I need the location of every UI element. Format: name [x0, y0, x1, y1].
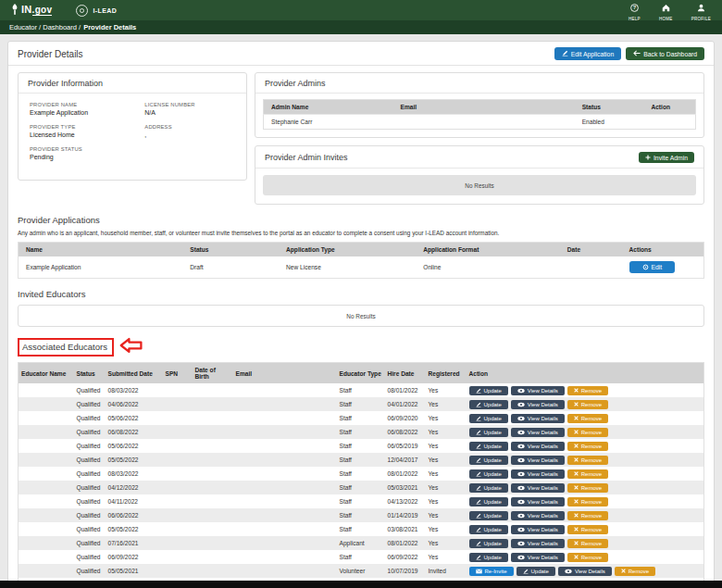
view-button[interactable]: View Details	[511, 469, 565, 479]
edit-application-button[interactable]: Edit Application	[554, 47, 621, 60]
view-button[interactable]: View Details	[511, 525, 565, 534]
cell-educator-type: Staff	[337, 508, 385, 522]
cell-submitted-date: 05/05/2021	[106, 564, 163, 578]
cell-status: Qualified	[74, 564, 106, 578]
provider-information-panel: Provider Information PROVIDER NAMEExampl…	[18, 72, 247, 181]
update-button[interactable]: Update	[469, 539, 508, 548]
view-button[interactable]: View Details	[511, 456, 565, 465]
cell-date-of-birth	[193, 536, 233, 550]
cell-educator-type: Staff	[337, 550, 385, 564]
view-button[interactable]: View Details	[511, 497, 565, 507]
cell-spn	[163, 550, 193, 564]
cell-status: Qualified	[74, 481, 106, 494]
remove-button[interactable]: Remove	[567, 553, 608, 562]
view-button[interactable]: View Details	[511, 511, 565, 520]
view-button[interactable]: View Details	[511, 442, 565, 451]
remove-button[interactable]: Remove	[567, 456, 608, 465]
pencil-icon	[476, 430, 481, 435]
provider-admins-panel: Provider Admins Admin Name Email Status …	[255, 72, 704, 138]
breadcrumb-path[interactable]: Educator / Dashboard /	[9, 23, 81, 31]
help-button[interactable]: ? HELP	[629, 0, 641, 21]
remove-button[interactable]: Remove	[567, 400, 608, 409]
update-button[interactable]: Update	[469, 428, 508, 437]
remove-button[interactable]: Remove	[567, 428, 608, 437]
cell-date-of-birth	[193, 564, 233, 578]
help-icon: ?	[630, 0, 639, 16]
update-button[interactable]: Update	[469, 400, 508, 409]
cell-spn	[163, 411, 193, 425]
view-button[interactable]: View Details	[511, 414, 565, 423]
cell-date-of-birth	[193, 453, 233, 467]
cell-educator-type: Staff	[337, 397, 385, 411]
view-button[interactable]: View Details	[558, 567, 612, 576]
edit-button[interactable]: Edit	[629, 261, 676, 273]
update-button[interactable]: Update	[469, 511, 508, 520]
x-icon	[574, 555, 579, 559]
update-button[interactable]: Update	[469, 386, 508, 395]
col-status: Status	[74, 363, 106, 384]
cell-submitted-date: 04/06/2022	[106, 397, 163, 411]
remove-button[interactable]: Remove	[567, 511, 608, 520]
pencil-icon	[476, 513, 481, 519]
provider-type-label: PROVIDER TYPE	[30, 124, 144, 130]
top-header-bar: IN.gov I-LEAD ? HELP HOME PROFILE	[0, 0, 722, 20]
reinvite-button[interactable]: Re-Invite	[469, 567, 514, 576]
pencil-icon	[523, 569, 529, 574]
remove-button[interactable]: Remove	[567, 539, 608, 548]
ingov-logo[interactable]: IN.gov	[11, 4, 52, 17]
update-button[interactable]: Update	[469, 525, 508, 534]
home-button[interactable]: HOME	[659, 0, 673, 21]
x-icon	[574, 416, 579, 420]
update-button[interactable]: Update	[517, 567, 555, 576]
cell-educator-name	[19, 383, 74, 397]
educator-row: Qualified04/11/2022Staff04/13/2022YesUpd…	[19, 494, 704, 508]
provider-admins-table: Admin Name Email Status Action Stephanie…	[263, 99, 696, 130]
remove-button[interactable]: Remove	[567, 525, 608, 534]
cell-status: Qualified	[74, 439, 106, 453]
associated-educators-table: Educator Name Status Submitted Date SPN …	[18, 362, 704, 588]
view-button[interactable]: View Details	[511, 386, 565, 395]
update-button[interactable]: Update	[469, 442, 508, 451]
col-admin-status: Status	[575, 100, 644, 115]
remove-button[interactable]: Remove	[567, 497, 608, 507]
cell-actions: UpdateView DetailsRemove	[467, 481, 704, 494]
cell-registered: Yes	[426, 550, 467, 564]
remove-button[interactable]: Remove	[615, 567, 655, 576]
remove-button[interactable]: Remove	[567, 386, 608, 395]
eye-icon	[517, 485, 525, 491]
torch-icon	[11, 4, 19, 17]
ilead-logo[interactable]: I-LEAD	[76, 5, 117, 17]
remove-button[interactable]: Remove	[567, 442, 608, 451]
invite-admin-button[interactable]: Invite Admin	[639, 152, 694, 163]
update-button[interactable]: Update	[469, 497, 508, 507]
app-date-cell	[560, 256, 622, 279]
x-icon	[574, 430, 579, 434]
cell-registered: Yes	[426, 481, 467, 494]
pencil-icon	[476, 541, 481, 546]
update-button[interactable]: Update	[469, 483, 508, 493]
view-button[interactable]: View Details	[511, 428, 565, 437]
cell-actions: UpdateView DetailsRemove	[467, 522, 704, 536]
edit-icon	[562, 50, 568, 57]
view-button[interactable]: View Details	[511, 400, 565, 409]
view-button[interactable]: View Details	[511, 553, 565, 562]
cell-email	[233, 439, 337, 453]
educator-row: Qualified08/03/2022Staff08/01/2022YesUpd…	[19, 383, 704, 397]
remove-button[interactable]: Remove	[567, 469, 608, 479]
update-button[interactable]: Update	[469, 456, 508, 465]
update-button[interactable]: Update	[469, 553, 508, 562]
provider-details-card: Provider Details Edit Application Back t…	[7, 41, 715, 588]
back-to-dashboard-button[interactable]: Back to Dashboard	[626, 47, 704, 60]
profile-button[interactable]: PROFILE	[691, 0, 711, 21]
remove-button[interactable]: Remove	[567, 483, 608, 493]
provider-applications-section: Provider Applications Any admin who is a…	[8, 215, 714, 279]
update-button[interactable]: Update	[469, 414, 508, 423]
update-button[interactable]: Update	[469, 469, 508, 479]
remove-button[interactable]: Remove	[567, 414, 608, 423]
view-button[interactable]: View Details	[511, 483, 565, 493]
cell-actions: UpdateView DetailsRemove	[467, 467, 704, 481]
view-button[interactable]: View Details	[511, 539, 565, 548]
cell-spn	[163, 397, 193, 411]
eye-icon	[517, 388, 525, 394]
eye-icon	[517, 541, 525, 546]
